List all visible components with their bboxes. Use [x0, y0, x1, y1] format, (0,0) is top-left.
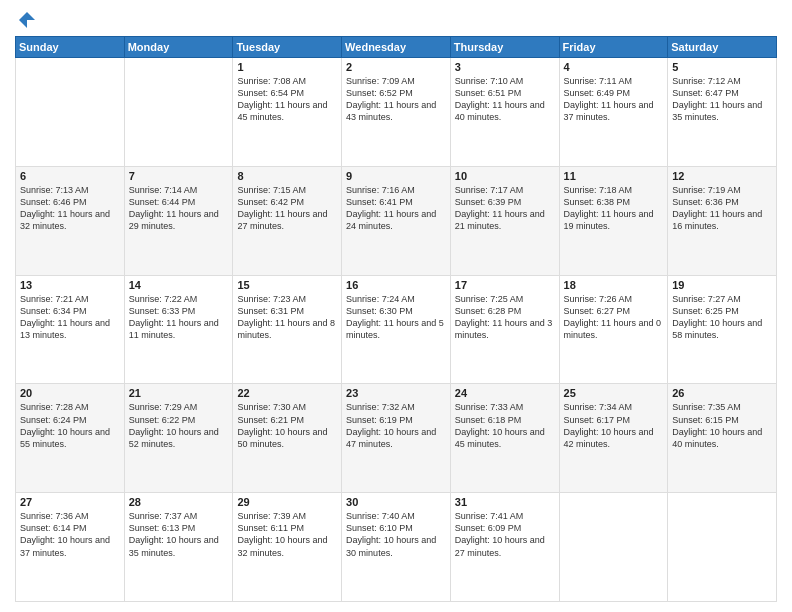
- cell-info: Sunrise: 7:25 AMSunset: 6:28 PMDaylight:…: [455, 293, 555, 342]
- cell-info: Sunrise: 7:36 AMSunset: 6:14 PMDaylight:…: [20, 510, 120, 559]
- day-number: 27: [20, 496, 120, 508]
- day-number: 21: [129, 387, 229, 399]
- cell-info: Sunrise: 7:28 AMSunset: 6:24 PMDaylight:…: [20, 401, 120, 450]
- cell-info: Sunrise: 7:30 AMSunset: 6:21 PMDaylight:…: [237, 401, 337, 450]
- cell-info: Sunrise: 7:14 AMSunset: 6:44 PMDaylight:…: [129, 184, 229, 233]
- day-number: 9: [346, 170, 446, 182]
- header: [15, 10, 777, 30]
- calendar-cell: 16Sunrise: 7:24 AMSunset: 6:30 PMDayligh…: [342, 275, 451, 384]
- calendar-cell: 31Sunrise: 7:41 AMSunset: 6:09 PMDayligh…: [450, 493, 559, 602]
- calendar-cell: 29Sunrise: 7:39 AMSunset: 6:11 PMDayligh…: [233, 493, 342, 602]
- day-number: 10: [455, 170, 555, 182]
- cell-info: Sunrise: 7:23 AMSunset: 6:31 PMDaylight:…: [237, 293, 337, 342]
- cell-info: Sunrise: 7:13 AMSunset: 6:46 PMDaylight:…: [20, 184, 120, 233]
- calendar-cell: 2Sunrise: 7:09 AMSunset: 6:52 PMDaylight…: [342, 58, 451, 167]
- cell-info: Sunrise: 7:34 AMSunset: 6:17 PMDaylight:…: [564, 401, 664, 450]
- cell-info: Sunrise: 7:15 AMSunset: 6:42 PMDaylight:…: [237, 184, 337, 233]
- cell-info: Sunrise: 7:27 AMSunset: 6:25 PMDaylight:…: [672, 293, 772, 342]
- day-number: 26: [672, 387, 772, 399]
- calendar-table: SundayMondayTuesdayWednesdayThursdayFrid…: [15, 36, 777, 602]
- day-number: 16: [346, 279, 446, 291]
- page: SundayMondayTuesdayWednesdayThursdayFrid…: [0, 0, 792, 612]
- calendar-cell: 6Sunrise: 7:13 AMSunset: 6:46 PMDaylight…: [16, 166, 125, 275]
- day-number: 17: [455, 279, 555, 291]
- cell-info: Sunrise: 7:18 AMSunset: 6:38 PMDaylight:…: [564, 184, 664, 233]
- day-number: 3: [455, 61, 555, 73]
- calendar-week-row: 6Sunrise: 7:13 AMSunset: 6:46 PMDaylight…: [16, 166, 777, 275]
- cell-info: Sunrise: 7:32 AMSunset: 6:19 PMDaylight:…: [346, 401, 446, 450]
- day-number: 30: [346, 496, 446, 508]
- day-number: 28: [129, 496, 229, 508]
- calendar-cell: 3Sunrise: 7:10 AMSunset: 6:51 PMDaylight…: [450, 58, 559, 167]
- weekday-header-saturday: Saturday: [668, 37, 777, 58]
- calendar-cell: 4Sunrise: 7:11 AMSunset: 6:49 PMDaylight…: [559, 58, 668, 167]
- calendar-cell: 20Sunrise: 7:28 AMSunset: 6:24 PMDayligh…: [16, 384, 125, 493]
- cell-info: Sunrise: 7:22 AMSunset: 6:33 PMDaylight:…: [129, 293, 229, 342]
- calendar-cell: 25Sunrise: 7:34 AMSunset: 6:17 PMDayligh…: [559, 384, 668, 493]
- calendar-cell: 10Sunrise: 7:17 AMSunset: 6:39 PMDayligh…: [450, 166, 559, 275]
- day-number: 19: [672, 279, 772, 291]
- calendar-week-row: 20Sunrise: 7:28 AMSunset: 6:24 PMDayligh…: [16, 384, 777, 493]
- cell-info: Sunrise: 7:12 AMSunset: 6:47 PMDaylight:…: [672, 75, 772, 124]
- calendar-cell: 8Sunrise: 7:15 AMSunset: 6:42 PMDaylight…: [233, 166, 342, 275]
- cell-info: Sunrise: 7:17 AMSunset: 6:39 PMDaylight:…: [455, 184, 555, 233]
- weekday-header-tuesday: Tuesday: [233, 37, 342, 58]
- day-number: 20: [20, 387, 120, 399]
- calendar-cell: [124, 58, 233, 167]
- calendar-cell: 7Sunrise: 7:14 AMSunset: 6:44 PMDaylight…: [124, 166, 233, 275]
- calendar-cell: 30Sunrise: 7:40 AMSunset: 6:10 PMDayligh…: [342, 493, 451, 602]
- svg-marker-0: [19, 12, 35, 28]
- calendar-cell: 14Sunrise: 7:22 AMSunset: 6:33 PMDayligh…: [124, 275, 233, 384]
- cell-info: Sunrise: 7:26 AMSunset: 6:27 PMDaylight:…: [564, 293, 664, 342]
- logo-icon: [17, 10, 37, 30]
- calendar-cell: 21Sunrise: 7:29 AMSunset: 6:22 PMDayligh…: [124, 384, 233, 493]
- day-number: 14: [129, 279, 229, 291]
- calendar-cell: 18Sunrise: 7:26 AMSunset: 6:27 PMDayligh…: [559, 275, 668, 384]
- calendar-week-row: 27Sunrise: 7:36 AMSunset: 6:14 PMDayligh…: [16, 493, 777, 602]
- cell-info: Sunrise: 7:35 AMSunset: 6:15 PMDaylight:…: [672, 401, 772, 450]
- calendar-cell: [16, 58, 125, 167]
- calendar-header-row: SundayMondayTuesdayWednesdayThursdayFrid…: [16, 37, 777, 58]
- day-number: 13: [20, 279, 120, 291]
- day-number: 2: [346, 61, 446, 73]
- calendar-cell: 1Sunrise: 7:08 AMSunset: 6:54 PMDaylight…: [233, 58, 342, 167]
- day-number: 7: [129, 170, 229, 182]
- cell-info: Sunrise: 7:41 AMSunset: 6:09 PMDaylight:…: [455, 510, 555, 559]
- day-number: 12: [672, 170, 772, 182]
- calendar-cell: 13Sunrise: 7:21 AMSunset: 6:34 PMDayligh…: [16, 275, 125, 384]
- weekday-header-monday: Monday: [124, 37, 233, 58]
- day-number: 15: [237, 279, 337, 291]
- cell-info: Sunrise: 7:39 AMSunset: 6:11 PMDaylight:…: [237, 510, 337, 559]
- day-number: 6: [20, 170, 120, 182]
- cell-info: Sunrise: 7:19 AMSunset: 6:36 PMDaylight:…: [672, 184, 772, 233]
- cell-info: Sunrise: 7:21 AMSunset: 6:34 PMDaylight:…: [20, 293, 120, 342]
- weekday-header-friday: Friday: [559, 37, 668, 58]
- cell-info: Sunrise: 7:08 AMSunset: 6:54 PMDaylight:…: [237, 75, 337, 124]
- day-number: 11: [564, 170, 664, 182]
- calendar-cell: 5Sunrise: 7:12 AMSunset: 6:47 PMDaylight…: [668, 58, 777, 167]
- cell-info: Sunrise: 7:16 AMSunset: 6:41 PMDaylight:…: [346, 184, 446, 233]
- calendar-week-row: 1Sunrise: 7:08 AMSunset: 6:54 PMDaylight…: [16, 58, 777, 167]
- calendar-week-row: 13Sunrise: 7:21 AMSunset: 6:34 PMDayligh…: [16, 275, 777, 384]
- day-number: 1: [237, 61, 337, 73]
- calendar-cell: [668, 493, 777, 602]
- cell-info: Sunrise: 7:33 AMSunset: 6:18 PMDaylight:…: [455, 401, 555, 450]
- calendar-cell: 22Sunrise: 7:30 AMSunset: 6:21 PMDayligh…: [233, 384, 342, 493]
- cell-info: Sunrise: 7:10 AMSunset: 6:51 PMDaylight:…: [455, 75, 555, 124]
- day-number: 18: [564, 279, 664, 291]
- day-number: 23: [346, 387, 446, 399]
- day-number: 25: [564, 387, 664, 399]
- weekday-header-sunday: Sunday: [16, 37, 125, 58]
- calendar-cell: 19Sunrise: 7:27 AMSunset: 6:25 PMDayligh…: [668, 275, 777, 384]
- day-number: 24: [455, 387, 555, 399]
- calendar-cell: 28Sunrise: 7:37 AMSunset: 6:13 PMDayligh…: [124, 493, 233, 602]
- weekday-header-thursday: Thursday: [450, 37, 559, 58]
- cell-info: Sunrise: 7:29 AMSunset: 6:22 PMDaylight:…: [129, 401, 229, 450]
- day-number: 4: [564, 61, 664, 73]
- day-number: 31: [455, 496, 555, 508]
- cell-info: Sunrise: 7:24 AMSunset: 6:30 PMDaylight:…: [346, 293, 446, 342]
- cell-info: Sunrise: 7:11 AMSunset: 6:49 PMDaylight:…: [564, 75, 664, 124]
- calendar-cell: 9Sunrise: 7:16 AMSunset: 6:41 PMDaylight…: [342, 166, 451, 275]
- calendar-cell: 11Sunrise: 7:18 AMSunset: 6:38 PMDayligh…: [559, 166, 668, 275]
- day-number: 22: [237, 387, 337, 399]
